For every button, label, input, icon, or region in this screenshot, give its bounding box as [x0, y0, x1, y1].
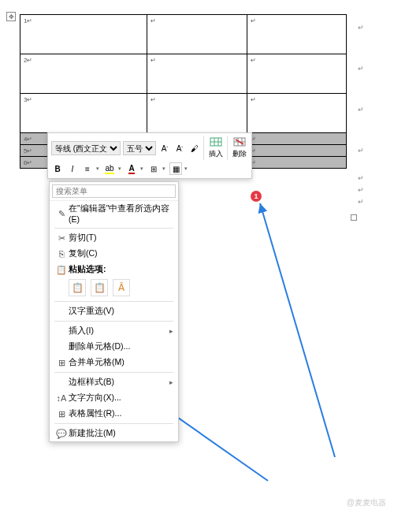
mini-toolbar: 等线 (西文正文) 五号 Aˆ Aˇ 🖌 插入 删除 B I ≡▾ ab▾ A▾… — [47, 132, 252, 179]
watermark: @麦麦电器 — [347, 497, 386, 508]
font-size-select[interactable]: 五号 — [123, 141, 156, 155]
highlight-button[interactable]: ab — [103, 162, 116, 175]
clipboard-icon: 📋 — [94, 282, 106, 293]
bold-button[interactable]: B — [51, 162, 64, 175]
chevron-right-icon: ▸ — [169, 327, 173, 335]
brush-icon: 🖌 — [191, 144, 199, 153]
clipboard-a-icon: Ȃ — [118, 282, 125, 293]
paragraph-mark: ↵ — [358, 174, 364, 182]
menu-separator — [54, 321, 173, 322]
paragraph-mark: ↵ — [358, 186, 364, 194]
highlight-icon: ab — [105, 164, 113, 174]
table-delete-icon — [232, 136, 247, 147]
menu-cut[interactable]: ✂剪切(T) — [50, 230, 178, 246]
delete-button[interactable]: 删除 — [231, 147, 248, 160]
border-button[interactable]: ⊞ — [147, 162, 160, 175]
chevron-right-icon: ▸ — [169, 378, 173, 386]
paragraph-mark: ↵ — [358, 24, 364, 32]
menu-delete-cells[interactable]: 删除单元格(D)... — [50, 339, 178, 355]
paragraph-mark: ↵ — [358, 147, 364, 154]
table-row: 3↵↵↵ — [20, 94, 347, 133]
menu-merge-cells[interactable]: ⊞合并单元格(M) — [50, 355, 178, 370]
align-icon: ≡ — [85, 165, 90, 173]
table-insert-icon — [209, 136, 223, 147]
callout-badge-1: 1 — [251, 191, 262, 202]
menu-search-input[interactable] — [52, 184, 176, 198]
paragraph-mark: ↵ — [358, 106, 364, 113]
text-direction-icon: ↕A — [54, 393, 69, 403]
table-resize-handle[interactable] — [351, 214, 357, 221]
menu-separator — [54, 301, 173, 302]
copy-icon: ⎘ — [54, 249, 69, 259]
menu-separator — [54, 423, 173, 424]
grow-font-button[interactable]: Aˆ — [158, 142, 171, 154]
paragraph-mark: ↵ — [358, 198, 364, 206]
menu-separator — [54, 372, 173, 373]
table-properties-icon: ⊞ — [54, 409, 69, 419]
menu-table-properties[interactable]: ⊞表格属性(R)... — [50, 406, 178, 422]
font-color-icon: A — [128, 164, 134, 174]
menu-search — [50, 182, 178, 201]
menu-paste-options: 📋粘贴选项: — [50, 262, 178, 277]
insert-button[interactable]: 插入 — [207, 147, 225, 160]
table-move-handle[interactable]: ✥ — [6, 12, 16, 21]
paste-keep-source[interactable]: 📋 — [69, 279, 86, 296]
comment-icon: 💬 — [54, 429, 69, 439]
merge-icon: ⊞ — [54, 358, 69, 368]
cell-align-icon: ▦ — [173, 165, 180, 173]
svg-line-9 — [260, 203, 335, 457]
paste-icon: 📋 — [54, 265, 69, 275]
menu-copy[interactable]: ⎘复制(C) — [50, 246, 178, 262]
italic-button[interactable]: I — [66, 162, 79, 175]
cell-align-button[interactable]: ▦ — [169, 162, 182, 175]
paste-merge-format[interactable]: 📋 — [91, 279, 108, 296]
menu-editor-view[interactable]: ✎在"编辑器"中查看所选内容(E) — [50, 201, 178, 226]
paste-text-only[interactable]: Ȃ — [113, 279, 130, 296]
context-menu: ✎在"编辑器"中查看所选内容(E) ✂剪切(T) ⎘复制(C) 📋粘贴选项: 📋… — [49, 181, 179, 442]
menu-hanzi[interactable]: 汉字重选(V) — [50, 303, 178, 319]
editor-icon: ✎ — [54, 209, 69, 219]
menu-text-direction[interactable]: ↕A文字方向(X)... — [50, 390, 178, 406]
menu-border-style[interactable]: 边框样式(B)▸ — [50, 374, 178, 390]
menu-separator — [54, 228, 173, 229]
format-painter-button[interactable]: 🖌 — [188, 142, 201, 154]
font-color-button[interactable]: A — [125, 162, 138, 175]
paragraph-mark: ↵ — [358, 65, 364, 73]
shrink-font-button[interactable]: Aˇ — [173, 142, 186, 154]
table-row: 1↵↵↵ — [20, 15, 347, 54]
paste-options-row: 📋 📋 Ȃ — [50, 277, 178, 299]
menu-new-comment[interactable]: 💬新建批注(M) — [50, 426, 178, 441]
font-family-select[interactable]: 等线 (西文正文) — [51, 141, 121, 155]
table-row: 2↵↵↵ — [20, 54, 347, 94]
align-button[interactable]: ≡ — [81, 162, 94, 175]
border-icon: ⊞ — [151, 165, 157, 173]
cut-icon: ✂ — [54, 233, 69, 244]
clipboard-icon: 📋 — [72, 282, 84, 293]
menu-insert[interactable]: 插入(I)▸ — [50, 323, 178, 339]
